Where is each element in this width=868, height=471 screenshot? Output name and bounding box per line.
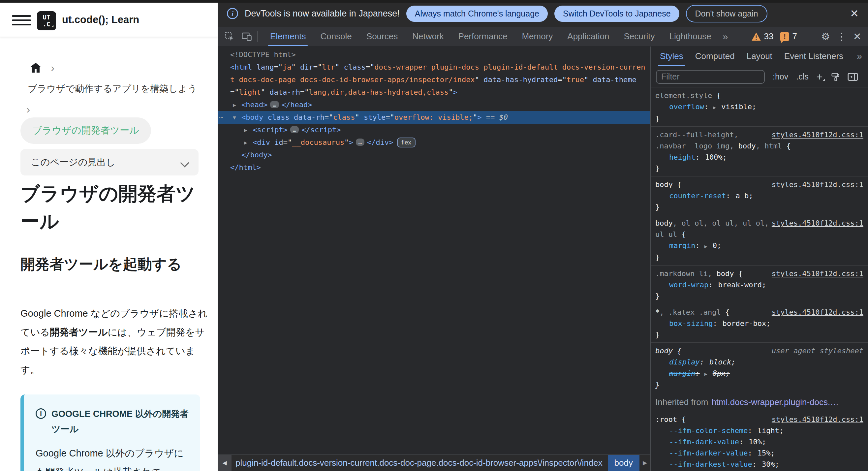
node-ellipsis-button[interactable]: … — [290, 126, 299, 133]
css-property[interactable]: overflow:▶visible; — [655, 101, 863, 113]
node-ellipsis-button[interactable]: … — [356, 138, 364, 146]
dom-tree-node[interactable]: <!DOCTYPE html> — [218, 49, 650, 61]
css-property[interactable]: --ifm-color-scheme:light; — [655, 425, 863, 436]
css-rule[interactable]: user agent stylesheetbody {display:block… — [651, 343, 868, 393]
styles-filter-input[interactable] — [656, 70, 765, 84]
new-style-rule-icon[interactable]: + — [816, 72, 823, 82]
tab-security[interactable]: Security — [617, 27, 662, 46]
css-property[interactable]: --ifm-darkest-value:30%; — [655, 459, 863, 470]
css-rule[interactable]: styles.4510f12d.css:1.card--full-height,… — [651, 127, 868, 177]
css-property[interactable]: --ifm-dark-value:10%; — [655, 436, 863, 447]
switch-language-button[interactable]: Switch DevTools to Japanese — [554, 6, 679, 22]
node-ellipsis-button[interactable]: … — [270, 101, 279, 108]
tab-lighthouse[interactable]: Lighthouse — [662, 27, 718, 46]
more-tabs-icon[interactable]: » — [719, 31, 732, 42]
breadcrumb-current: ブラウザの開発者ツール — [21, 118, 151, 144]
tree-expander[interactable]: ▼ — [233, 112, 236, 124]
dock-sidebar-icon[interactable] — [847, 72, 858, 81]
css-property[interactable]: height:100%; — [655, 152, 863, 163]
crumb-selected-node[interactable]: body — [608, 455, 640, 471]
divider — [257, 31, 257, 42]
dom-tree-node[interactable]: ▶<script>…</script> — [218, 124, 650, 136]
toggle-class-button[interactable]: .cls — [796, 72, 809, 82]
tab-event-listeners[interactable]: Event Listeners — [778, 46, 849, 66]
value-expander-icon[interactable]: ▶ — [705, 243, 707, 249]
crumb-scroll-left-icon[interactable]: ◀ — [218, 455, 231, 471]
tab-network[interactable]: Network — [405, 27, 451, 46]
issues-icon: ! — [780, 32, 789, 41]
css-rule[interactable]: styles.4510f12d.css:1body, ol ol, ol ul,… — [651, 215, 868, 265]
exclamation-circle-icon: i — [36, 408, 46, 419]
css-property[interactable]: display:block; — [655, 356, 863, 368]
match-language-button[interactable]: Always match Chrome's language — [406, 6, 548, 22]
css-property[interactable]: word-wrap:break-word; — [655, 279, 863, 290]
dom-tree-node[interactable]: ▶<div id="__docusaurus">…</div>flex — [218, 136, 650, 149]
flex-badge[interactable]: flex — [397, 137, 415, 148]
tab-styles[interactable]: Styles — [654, 46, 689, 66]
tree-expander[interactable]: ▶ — [244, 124, 247, 136]
stylesheet-source-link[interactable]: styles.4510f12d.css:1 — [772, 414, 863, 425]
tab-console[interactable]: Console — [313, 27, 359, 46]
tab-layout[interactable]: Layout — [741, 46, 778, 66]
settings-gear-icon[interactable]: ⚙ — [821, 31, 830, 42]
dom-tree-node[interactable]: ⋯▼<body class data-rh="class" style="ove… — [218, 111, 650, 124]
notification-close-icon[interactable]: ✕ — [850, 7, 859, 20]
devtools-panel: i DevTools is now available in Japanese!… — [218, 0, 868, 471]
tree-expander[interactable]: ▶ — [233, 99, 236, 112]
value-expander-icon[interactable]: ▶ — [705, 371, 707, 377]
notification-message: DevTools is now available in Japanese! — [245, 8, 400, 19]
devtools-close-icon[interactable]: ✕ — [853, 31, 861, 42]
more-sidebar-tabs-icon[interactable]: » — [857, 51, 862, 62]
crumb-scroll-right-icon[interactable]: ▶ — [640, 460, 650, 466]
toc-toggle[interactable]: このページの見出し — [21, 149, 198, 176]
tab-computed[interactable]: Computed — [689, 46, 741, 66]
site-logo[interactable]: UT .C ↩ — [37, 11, 56, 30]
breadcrumb-section[interactable]: ブラウザで動作するアプリを構築しよう — [28, 83, 218, 95]
home-icon[interactable] — [29, 61, 42, 74]
css-property[interactable]: box-sizing:border-box; — [655, 318, 863, 329]
tab-application[interactable]: Application — [560, 27, 616, 46]
logo-return-arrow: ↩ — [52, 23, 54, 30]
crumb-path[interactable]: plugin-id-default.docs-version-current.d… — [231, 458, 608, 468]
dom-tree-node[interactable]: ▶<head>…</head> — [218, 99, 650, 111]
css-rule[interactable]: element.style {overflow:▶visible;} — [651, 87, 868, 127]
tab-performance[interactable]: Performance — [451, 27, 515, 46]
css-rule[interactable]: styles.4510f12d.css:1*, .katex .angl {bo… — [651, 304, 868, 343]
dont-show-again-button[interactable]: Don't show again — [686, 5, 767, 23]
stylesheet-source-link[interactable]: styles.4510f12d.css:1 — [772, 218, 863, 229]
site-title[interactable]: ut.code(); Learn — [62, 3, 139, 37]
device-toolbar-icon[interactable] — [241, 31, 252, 42]
styles-sidebar: Styles Computed Layout Event Listeners »… — [650, 46, 868, 471]
css-property[interactable]: margin:▶0; — [655, 240, 863, 252]
stylesheet-source-link[interactable]: styles.4510f12d.css:1 — [772, 268, 863, 279]
tab-memory[interactable]: Memory — [515, 27, 560, 46]
dom-tree: <!DOCTYPE html><html lang="ja" dir="ltr"… — [218, 46, 650, 454]
dom-tree-node[interactable]: </body> — [218, 149, 650, 161]
dom-tree-node[interactable]: </html> — [218, 161, 650, 174]
tree-expander[interactable]: ▶ — [244, 136, 247, 149]
kebab-menu-icon[interactable]: ⋮ — [837, 31, 846, 42]
css-property[interactable]: margin:▶8px; — [655, 368, 863, 380]
breadcrumb-separator: › — [51, 61, 54, 74]
tab-elements[interactable]: Elements — [263, 27, 313, 46]
issues-counter[interactable]: ! 7 — [780, 31, 797, 41]
inherited-node-link[interactable]: html.docs-wrapper.plugin-docs.… — [711, 397, 839, 407]
devtools-notification-bar: i DevTools is now available in Japanese!… — [218, 0, 868, 27]
css-rule[interactable]: styles.4510f12d.css:1body {counter-reset… — [651, 177, 868, 215]
toggle-hover-state-button[interactable]: :hov — [773, 72, 788, 82]
value-expander-icon[interactable]: ▶ — [713, 104, 716, 111]
css-property[interactable]: counter-reset:a b; — [655, 190, 863, 201]
inspect-element-icon[interactable] — [224, 31, 235, 42]
tab-sources[interactable]: Sources — [359, 27, 405, 46]
styles-toolbar: :hov .cls + — [651, 66, 868, 87]
css-property[interactable]: --ifm-darker-value:15%; — [655, 447, 863, 459]
css-rule[interactable]: styles.4510f12d.css:1:root {--ifm-color-… — [651, 411, 868, 471]
warnings-counter[interactable]: 33 — [751, 31, 774, 41]
hamburger-menu-icon[interactable] — [12, 15, 31, 25]
stylesheet-source-link[interactable]: styles.4510f12d.css:1 — [772, 179, 863, 190]
stylesheet-source-link[interactable]: styles.4510f12d.css:1 — [772, 129, 863, 140]
css-rule[interactable]: styles.4510f12d.css:1.markdown li, body … — [651, 265, 868, 304]
dom-tree-node[interactable]: <html lang="ja" dir="ltr" class="docs-wr… — [218, 61, 650, 99]
rendering-emulation-icon[interactable] — [830, 72, 840, 82]
stylesheet-source-link[interactable]: styles.4510f12d.css:1 — [772, 307, 863, 318]
